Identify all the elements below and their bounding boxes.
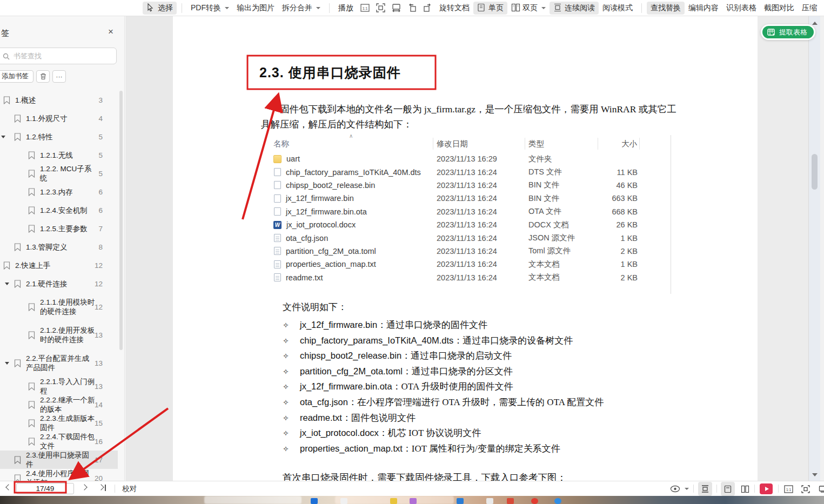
file-row: readme.txt2023/11/13 16:24文本文档2 KB <box>270 271 671 284</box>
bookmark-item[interactable]: 2.2.4.下载固件包文件16 <box>0 432 118 451</box>
diamond-bullet-icon: ✧ <box>283 429 300 438</box>
bottom-statusbar: 17/49 校对 1:1 <box>0 481 824 496</box>
extract-table-button[interactable]: 提取表格 <box>761 24 815 40</box>
sidebar-scrollbar-thumb[interactable] <box>119 91 123 350</box>
rotate-doc-button[interactable]: 旋转文档 <box>436 2 473 15</box>
rotate-left-button[interactable] <box>404 2 420 15</box>
export-image-button[interactable]: 输出为图片 <box>233 2 278 15</box>
bookmark-icon <box>28 170 35 178</box>
bookmark-item[interactable]: 2.2.1.导入入门例程13 <box>0 377 118 395</box>
pdf-convert-button[interactable]: PDF转换 <box>187 2 233 15</box>
bookmark-item[interactable]: 1.2.1.无线5 <box>0 146 118 164</box>
taskbar-icon[interactable] <box>340 498 347 504</box>
bookmark-icon <box>3 96 10 104</box>
scrollbar-thumb[interactable] <box>812 154 818 190</box>
actual-size-button[interactable]: 1:1 <box>781 482 795 496</box>
single-page-button[interactable]: 单页 <box>473 2 507 15</box>
divider <box>754 485 755 493</box>
add-bookmark-button[interactable]: 添加书签 <box>0 70 34 83</box>
fit-screen-button[interactable] <box>799 482 813 496</box>
play-button[interactable]: 播放 <box>334 2 357 15</box>
bookmark-icon <box>14 115 21 123</box>
bookmark-item[interactable]: 2.1.硬件连接12 <box>0 274 118 293</box>
bookmark-icon <box>14 474 21 481</box>
play-presentation-button[interactable] <box>760 483 773 494</box>
text-file-icon <box>274 273 281 281</box>
two-page-view-button[interactable] <box>738 482 752 496</box>
single-page-view-button[interactable] <box>721 482 735 496</box>
bookmark-item[interactable]: 2.1.2.使用开发板时的硬件连接13 <box>0 321 118 349</box>
bookmark-item[interactable]: 1.2.2. MCU子系统5 <box>0 164 118 183</box>
bookmark-item[interactable]: 2.快速上手12 <box>0 256 118 274</box>
last-page-icon[interactable] <box>98 484 104 490</box>
bookmark-item-selected[interactable]: 2.3.使用串口烧录固件17 <box>0 451 118 469</box>
double-page-button[interactable]: 双页 <box>507 2 550 15</box>
scroll-down-icon[interactable] <box>812 473 818 476</box>
bookmark-item[interactable]: 2.2.3.生成新版本固件15 <box>0 414 118 432</box>
bookmark-icon <box>14 359 21 367</box>
json-file-icon <box>274 234 281 242</box>
diamond-bullet-icon: ✧ <box>283 382 300 392</box>
fit-width-button[interactable] <box>816 482 824 496</box>
select-tool-button[interactable]: 选择 <box>143 2 177 15</box>
prev-page-icon[interactable] <box>5 484 11 490</box>
trash-icon <box>40 73 46 80</box>
screenshot-compare-button[interactable]: 截图对比 <box>760 2 798 15</box>
chevron-down-icon <box>316 7 320 9</box>
collapse-arrow-icon[interactable] <box>1 136 5 138</box>
read-mode-button[interactable]: 阅读模式 <box>599 2 637 15</box>
continuous-view-button[interactable] <box>698 482 712 496</box>
collapse-arrow-icon[interactable] <box>5 283 9 285</box>
bookmark-search-input[interactable] <box>14 52 95 60</box>
find-replace-button[interactable]: 查找替换 <box>647 2 685 15</box>
edit-content-button[interactable]: 编辑内容 <box>685 2 722 15</box>
scroll-up-icon[interactable] <box>812 22 818 25</box>
taskbar-icon[interactable] <box>390 498 397 504</box>
diamond-bullet-icon: ✧ <box>283 414 300 423</box>
single-page-icon <box>724 485 732 493</box>
bookmark-item[interactable]: 1.2.4.安全机制6 <box>0 201 118 219</box>
proofread-button[interactable]: 校对 <box>122 484 137 494</box>
bookmark-item[interactable]: 1.2.特性5 <box>0 127 118 146</box>
continuous-read-button[interactable]: 连续阅读 <box>550 2 599 15</box>
fit-page-button[interactable] <box>373 2 388 15</box>
compress-button[interactable]: 压缩 <box>798 2 821 15</box>
bookmark-item[interactable]: 2.2.平台配置并生成产品固件13 <box>0 349 118 377</box>
bookmark-item[interactable]: 1.2.3.内存6 <box>0 183 118 201</box>
rotate-right-button[interactable] <box>420 2 436 15</box>
bookmark-item[interactable]: 2.4.使用小程序配网并添加20 <box>0 469 118 481</box>
close-icon[interactable]: × <box>106 27 116 37</box>
next-page-icon[interactable] <box>81 484 87 490</box>
main-scrollbar[interactable] <box>808 16 820 481</box>
list-item: ✧chipsp_boot2_release.bin：通过串口烧录的启动文件 <box>283 350 715 365</box>
delete-bookmark-button[interactable] <box>36 70 50 83</box>
taskbar-icon[interactable] <box>531 498 538 504</box>
chevron-down-icon[interactable] <box>685 488 689 490</box>
bookmark-item[interactable]: 1.3.管脚定义8 <box>0 238 118 256</box>
bookmark-item[interactable]: 1.2.5.主要参数7 <box>0 219 118 238</box>
more-options-button[interactable]: ··· <box>52 70 66 83</box>
continuous-scroll-icon <box>701 485 709 493</box>
taskbar-icon[interactable] <box>311 498 318 504</box>
taskbar-icon[interactable] <box>410 498 417 504</box>
bookmark-item[interactable]: 1.1.外观尺寸4 <box>0 109 118 127</box>
word-translate-button[interactable]: A 划词翻译 <box>821 2 824 15</box>
page-number-input[interactable]: 17/49 <box>16 483 74 494</box>
bookmark-search-box[interactable] <box>0 48 117 64</box>
view-options-button[interactable] <box>668 482 682 496</box>
actual-size-button[interactable]: 1:1 <box>357 2 373 15</box>
bookmark-item[interactable]: 1.概述3 <box>0 91 118 109</box>
split-merge-button[interactable]: 拆分合并 <box>278 2 324 15</box>
taskbar-icon[interactable] <box>554 498 561 504</box>
fit-width-button[interactable] <box>388 2 404 15</box>
collapse-arrow-icon[interactable] <box>5 362 9 365</box>
taskbar-icon[interactable] <box>457 498 464 504</box>
bookmark-icon <box>28 419 35 427</box>
taskbar-icon[interactable] <box>486 498 493 504</box>
taskbar-icon[interactable] <box>507 498 514 504</box>
bookmark-icon <box>28 331 35 339</box>
intro-paragraph: 固件包下载到本地的文件名一般为 jx_firm.tar.gz，是一个压缩包文件，… <box>261 102 679 132</box>
detect-table-button[interactable]: 识别表格 <box>722 2 760 15</box>
bookmark-item[interactable]: 2.2.2.继承一个新的版本14 <box>0 395 118 414</box>
bookmark-item[interactable]: 2.1.1.使用模块时的硬件连接12 <box>0 293 118 321</box>
